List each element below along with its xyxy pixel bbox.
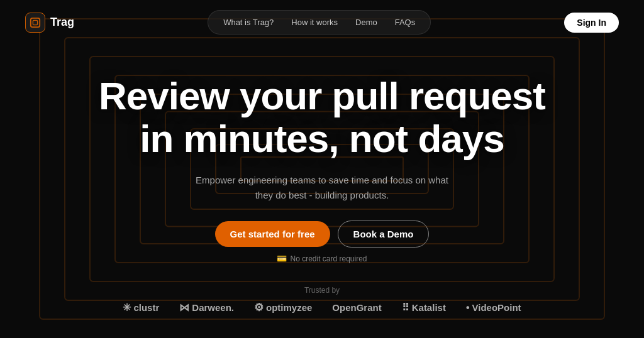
sign-in-button[interactable]: Sign In xyxy=(564,13,619,33)
trusted-logo-darween: ⋈ Darween. xyxy=(179,302,234,313)
nav-link-faqs[interactable]: FAQs xyxy=(387,14,423,30)
no-credit-card-notice: 💳 No credit card required xyxy=(277,254,367,263)
svg-rect-1 xyxy=(33,20,37,25)
clustr-name: clustr xyxy=(133,302,159,313)
trusted-logo-videopoint: • VideoPoint xyxy=(466,302,521,313)
hero-buttons: Get started for free Book a Demo xyxy=(215,221,430,248)
nav-links: What is Trag? How it works Demo FAQs xyxy=(208,10,431,35)
navbar: Trag What is Trag? How it works Demo FAQ… xyxy=(0,0,644,45)
get-started-button[interactable]: Get started for free xyxy=(215,221,330,247)
katalist-name: Katalist xyxy=(412,302,446,313)
nav-link-what-is-trag[interactable]: What is Trag? xyxy=(216,14,281,30)
trusted-logo-optimyzee: ⚙ optimyzee xyxy=(254,301,312,314)
hero-subtitle: Empower engineering teams to save time a… xyxy=(190,173,454,203)
no-cc-text: No credit card required xyxy=(290,254,367,263)
optimyzee-name: optimyzee xyxy=(266,302,312,313)
book-demo-button[interactable]: Book a Demo xyxy=(338,221,430,248)
brand-name: Trag xyxy=(50,16,74,29)
nav-link-demo[interactable]: Demo xyxy=(348,14,385,30)
trusted-logo-katalist: ⠿ Katalist xyxy=(402,302,446,313)
svg-rect-0 xyxy=(31,18,40,26)
katalist-symbol: ⠿ xyxy=(402,302,409,313)
darween-symbol: ⋈ xyxy=(179,302,189,313)
hero-title-line1: Review your pull request xyxy=(99,74,545,117)
optimyzee-symbol: ⚙ xyxy=(254,301,264,314)
darween-name: Darween. xyxy=(192,302,234,313)
trusted-section: Trusted by ✳ clustr ⋈ Darween. ⚙ optimyz… xyxy=(0,286,644,314)
hero-title: Review your pull request in minutes, not… xyxy=(99,75,545,160)
trusted-logo-opengrant: OpenGrant xyxy=(332,302,381,313)
trusted-logos: ✳ clustr ⋈ Darween. ⚙ optimyzee OpenGran… xyxy=(123,301,521,314)
credit-card-icon: 💳 xyxy=(277,254,287,263)
videopoint-name: VideoPoint xyxy=(472,302,521,313)
clustr-symbol: ✳ xyxy=(123,302,131,313)
hero-section: Review your pull request in minutes, not… xyxy=(0,45,644,263)
videopoint-symbol: • xyxy=(466,302,470,313)
opengrant-name: OpenGrant xyxy=(332,302,381,313)
hero-title-line2: in minutes, not days xyxy=(140,117,504,160)
logo-icon xyxy=(25,13,45,33)
logo[interactable]: Trag xyxy=(25,13,74,33)
nav-link-how-it-works[interactable]: How it works xyxy=(284,14,345,30)
trusted-label: Trusted by xyxy=(304,286,340,295)
trusted-logo-clustr: ✳ clustr xyxy=(123,302,159,313)
